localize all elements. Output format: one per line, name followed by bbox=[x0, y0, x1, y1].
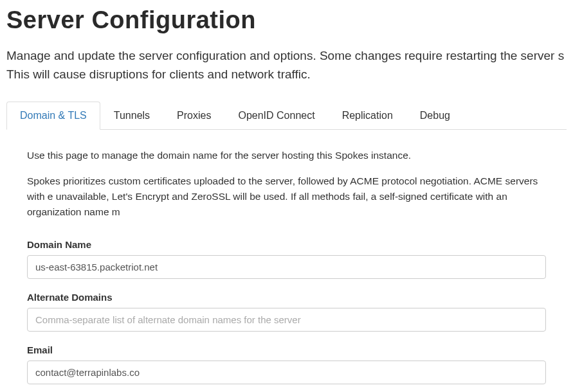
tab-content: Use this page to manage the domain name … bbox=[6, 130, 567, 384]
input-alternate-domains[interactable] bbox=[27, 308, 546, 332]
label-alternate-domains: Alternate Domains bbox=[27, 292, 546, 303]
intro-text-1: Use this page to manage the domain name … bbox=[27, 148, 546, 163]
intro-text-2: Spokes prioritizes custom certificates u… bbox=[27, 174, 546, 220]
tab-domain-tls[interactable]: Domain & TLS bbox=[6, 102, 100, 130]
field-group-domain-name: Domain Name bbox=[27, 239, 546, 279]
field-group-email: Email bbox=[27, 344, 546, 384]
tabs-bar: Domain & TLS Tunnels Proxies OpenID Conn… bbox=[6, 102, 567, 130]
label-domain-name: Domain Name bbox=[27, 239, 546, 250]
tab-tunnels[interactable]: Tunnels bbox=[100, 102, 163, 130]
field-group-alternate-domains: Alternate Domains bbox=[27, 292, 546, 332]
page-description: Manage and update the server configurati… bbox=[6, 47, 567, 84]
label-email: Email bbox=[27, 344, 546, 355]
tab-openid-connect[interactable]: OpenID Connect bbox=[224, 102, 328, 130]
page-title: Server Configuration bbox=[6, 6, 567, 34]
input-email[interactable] bbox=[27, 361, 546, 384]
input-domain-name[interactable] bbox=[27, 255, 546, 279]
tab-proxies[interactable]: Proxies bbox=[163, 102, 224, 130]
tab-debug[interactable]: Debug bbox=[406, 102, 464, 130]
tab-replication[interactable]: Replication bbox=[329, 102, 406, 130]
